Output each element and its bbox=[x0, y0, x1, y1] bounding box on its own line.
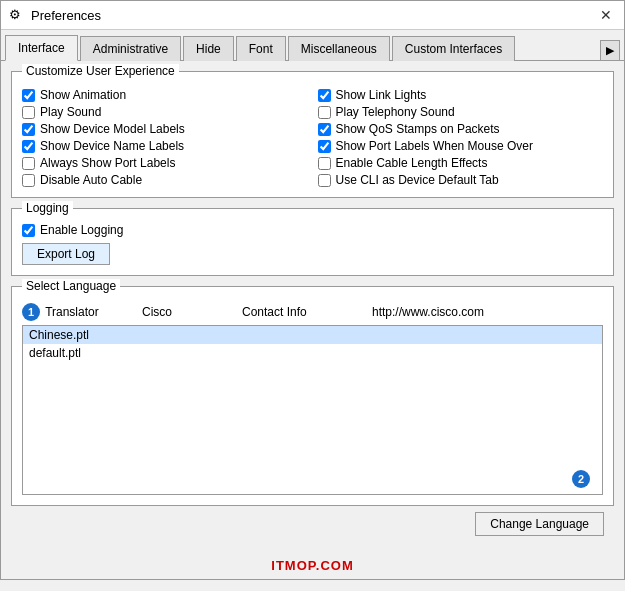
logging-content: Enable Logging Export Log bbox=[22, 223, 603, 265]
checkboxes-grid: Show Animation Show Link Lights Play Sou… bbox=[22, 88, 603, 187]
col-contact: Contact Info bbox=[242, 305, 372, 319]
use-cli-checkbox[interactable] bbox=[318, 174, 331, 187]
checkbox-play-sound: Play Sound bbox=[22, 105, 308, 119]
bottom-bar: Change Language bbox=[11, 506, 614, 544]
select-language-label: Select Language bbox=[22, 279, 120, 293]
show-device-name-label: Show Device Name Labels bbox=[40, 139, 184, 153]
window-title: Preferences bbox=[31, 8, 101, 23]
checkbox-show-animation: Show Animation bbox=[22, 88, 308, 102]
app-icon: ⚙ bbox=[9, 7, 25, 23]
tab-font[interactable]: Font bbox=[236, 36, 286, 61]
title-bar-left: ⚙ Preferences bbox=[9, 7, 101, 23]
show-animation-label: Show Animation bbox=[40, 88, 126, 102]
show-link-lights-checkbox[interactable] bbox=[318, 89, 331, 102]
tab-administrative[interactable]: Administrative bbox=[80, 36, 181, 61]
checkbox-show-qos: Show QoS Stamps on Packets bbox=[318, 122, 604, 136]
tab-miscellaneous[interactable]: Miscellaneous bbox=[288, 36, 390, 61]
disable-auto-cable-checkbox[interactable] bbox=[22, 174, 35, 187]
tab-bar: Interface Administrative Hide Font Misce… bbox=[1, 30, 624, 61]
always-show-port-checkbox[interactable] bbox=[22, 157, 35, 170]
tab-interface[interactable]: Interface bbox=[5, 35, 78, 61]
play-sound-label: Play Sound bbox=[40, 105, 101, 119]
preferences-window: ⚙ Preferences ✕ Interface Administrative… bbox=[0, 0, 625, 580]
customize-section: Customize User Experience Show Animation… bbox=[11, 71, 614, 198]
show-link-lights-label: Show Link Lights bbox=[336, 88, 427, 102]
checkbox-show-link-lights: Show Link Lights bbox=[318, 88, 604, 102]
language-list: Chinese.ptl default.ptl 2 bbox=[22, 325, 603, 495]
lang-item-default[interactable]: default.ptl bbox=[23, 344, 602, 362]
show-port-labels-mouse-checkbox[interactable] bbox=[318, 140, 331, 153]
enable-cable-length-checkbox[interactable] bbox=[318, 157, 331, 170]
show-animation-checkbox[interactable] bbox=[22, 89, 35, 102]
lang-item-chinese[interactable]: Chinese.ptl bbox=[23, 326, 602, 344]
col-cisco: Cisco bbox=[142, 305, 242, 319]
tab-custom-interfaces[interactable]: Custom Interfaces bbox=[392, 36, 515, 61]
close-button[interactable]: ✕ bbox=[596, 7, 616, 23]
show-port-labels-mouse-label: Show Port Labels When Mouse Over bbox=[336, 139, 533, 153]
show-device-model-label: Show Device Model Labels bbox=[40, 122, 185, 136]
language-header-row: 1 Translator Cisco Contact Info http://w… bbox=[22, 303, 603, 321]
disable-auto-cable-label: Disable Auto Cable bbox=[40, 173, 142, 187]
col-url: http://www.cisco.com bbox=[372, 305, 603, 319]
logging-label: Logging bbox=[22, 201, 73, 215]
select-language-section: Select Language 1 Translator Cisco Conta… bbox=[11, 286, 614, 506]
checkbox-show-device-name: Show Device Name Labels bbox=[22, 139, 308, 153]
checkbox-use-cli: Use CLI as Device Default Tab bbox=[318, 173, 604, 187]
col-translator: 1 Translator bbox=[22, 303, 142, 321]
badge-1: 1 bbox=[22, 303, 40, 321]
tab-content: Customize User Experience Show Animation… bbox=[1, 61, 624, 554]
tab-hide[interactable]: Hide bbox=[183, 36, 234, 61]
title-bar: ⚙ Preferences ✕ bbox=[1, 1, 624, 30]
enable-logging-row: Enable Logging bbox=[22, 223, 603, 237]
show-device-model-checkbox[interactable] bbox=[22, 123, 35, 136]
play-telephony-checkbox[interactable] bbox=[318, 106, 331, 119]
export-log-button[interactable]: Export Log bbox=[22, 243, 110, 265]
enable-cable-length-label: Enable Cable Length Effects bbox=[336, 156, 488, 170]
checkbox-play-telephony: Play Telephony Sound bbox=[318, 105, 604, 119]
show-qos-label: Show QoS Stamps on Packets bbox=[336, 122, 500, 136]
logging-section: Logging Enable Logging Export Log bbox=[11, 208, 614, 276]
show-qos-checkbox[interactable] bbox=[318, 123, 331, 136]
checkbox-enable-cable-length: Enable Cable Length Effects bbox=[318, 156, 604, 170]
watermark: ITMOP.COM bbox=[1, 554, 624, 579]
checkbox-always-show-port: Always Show Port Labels bbox=[22, 156, 308, 170]
enable-logging-checkbox[interactable] bbox=[22, 224, 35, 237]
show-device-name-checkbox[interactable] bbox=[22, 140, 35, 153]
checkbox-show-device-model: Show Device Model Labels bbox=[22, 122, 308, 136]
checkbox-show-port-labels-mouse: Show Port Labels When Mouse Over bbox=[318, 139, 604, 153]
use-cli-label: Use CLI as Device Default Tab bbox=[336, 173, 499, 187]
enable-logging-label: Enable Logging bbox=[40, 223, 123, 237]
always-show-port-label: Always Show Port Labels bbox=[40, 156, 175, 170]
change-language-button[interactable]: Change Language bbox=[475, 512, 604, 536]
play-sound-checkbox[interactable] bbox=[22, 106, 35, 119]
tab-scroll-right-button[interactable]: ▶ bbox=[600, 40, 620, 61]
checkbox-disable-auto-cable: Disable Auto Cable bbox=[22, 173, 308, 187]
customize-section-label: Customize User Experience bbox=[22, 64, 179, 78]
badge-2: 2 bbox=[572, 470, 592, 488]
play-telephony-label: Play Telephony Sound bbox=[336, 105, 455, 119]
